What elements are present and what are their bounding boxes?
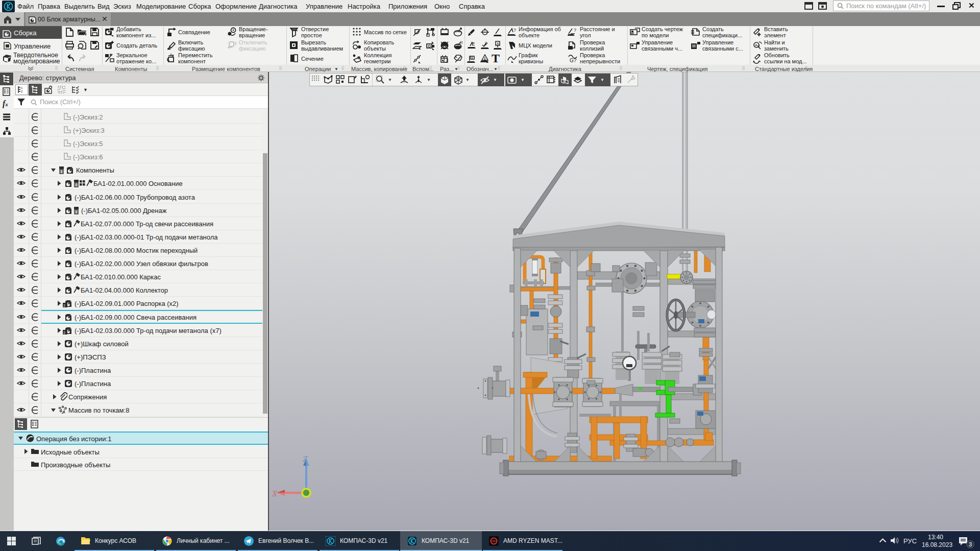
svg-text:2: 2 <box>21 90 23 93</box>
svg-text:O: O <box>428 44 431 49</box>
svg-text:R: R <box>460 41 463 45</box>
svg-text:Z: Z <box>303 454 308 464</box>
svg-text:2: 2 <box>63 304 65 307</box>
svg-text:2: 2 <box>63 331 65 334</box>
svg-text:X: X <box>272 489 278 498</box>
svg-text:E: E <box>472 41 475 46</box>
svg-text:1: 1 <box>21 86 23 89</box>
svg-text:?: ? <box>513 28 516 33</box>
svg-text:A: A <box>497 42 499 45</box>
svg-text:G?: G? <box>570 58 577 63</box>
svg-text:?: ? <box>574 28 576 33</box>
